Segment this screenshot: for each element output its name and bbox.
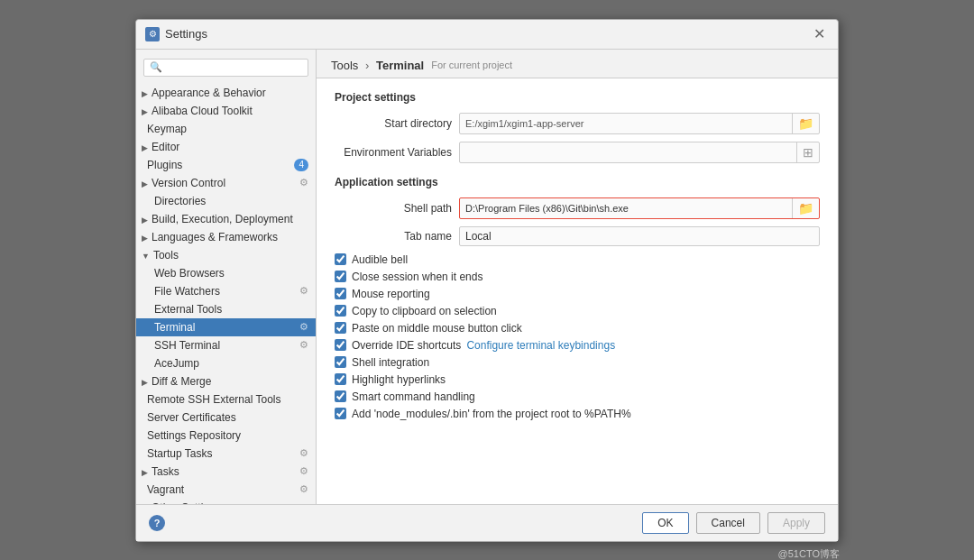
checkbox-label-add-node-modules: Add 'node_modules/.bin' from the project… [352, 408, 631, 420]
checkbox-shell-integration[interactable] [335, 356, 346, 368]
arrow-icon: ▶ [142, 234, 148, 243]
env-variables-label: Environment Variables [335, 146, 452, 159]
sidebar-item-appearance[interactable]: ▶Appearance & Behavior [136, 84, 316, 102]
checkbox-close-session[interactable] [335, 271, 346, 282]
env-icon[interactable]: ⊞ [796, 142, 819, 162]
search-icon: 🔍 [150, 61, 162, 73]
shell-folder-icon[interactable]: 📁 [792, 198, 819, 218]
footer: ? OK Cancel Apply [136, 504, 838, 541]
plugins-badge: 4 [294, 159, 308, 171]
right-panel: Tools › Terminal For current project Pro… [317, 50, 838, 504]
help-button[interactable]: ? [149, 515, 165, 531]
term-badge: ⚙ [299, 321, 308, 333]
breadcrumb: Tools › Terminal [331, 59, 424, 72]
watermark: @51CTO博客 [778, 547, 840, 561]
dialog-title: Settings [165, 27, 207, 41]
apply-button[interactable]: Apply [767, 512, 825, 534]
tasks-badge: ⚙ [299, 465, 308, 477]
checkbox-label-copy-clipboard: Copy to clipboard on selection [352, 305, 497, 317]
start-directory-row: Start directory 📁 [335, 113, 820, 134]
checkbox-row-copy-clipboard: Copy to clipboard on selection [335, 305, 820, 317]
sidebar-item-keymap[interactable]: Keymap [136, 120, 316, 138]
checkbox-audible-bell[interactable] [335, 253, 346, 265]
settings-app-icon: ⚙ [145, 27, 160, 41]
sidebar-item-startup-tasks[interactable]: Startup Tasks ⚙ [136, 445, 316, 463]
sidebar-item-external-tools[interactable]: External Tools [136, 300, 316, 318]
sidebar-item-file-watchers[interactable]: File Watchers ⚙ [136, 282, 316, 300]
checkbox-row-smart-command: Smart command handling [335, 390, 820, 403]
sidebar-item-acejump[interactable]: AceJump [136, 354, 316, 372]
project-settings-title: Project settings [335, 91, 820, 104]
checkbox-override-ide[interactable] [335, 339, 346, 351]
sidebar-item-tasks[interactable]: ▶Tasks ⚙ [136, 463, 316, 481]
checkbox-row-mouse-reporting: Mouse reporting [335, 288, 820, 300]
checkbox-mouse-reporting[interactable] [335, 288, 346, 299]
shell-path-input-wrap: 📁 [459, 197, 820, 219]
fw-badge: ⚙ [299, 285, 308, 297]
checkbox-row-override-ide: Override IDE shortcuts Configure termina… [335, 339, 820, 352]
tab-name-input[interactable] [460, 227, 819, 245]
start-directory-input-wrap: 📁 [459, 113, 820, 134]
ok-button[interactable]: OK [642, 512, 688, 534]
checkbox-paste-middle[interactable] [335, 322, 346, 334]
shell-path-input[interactable] [460, 200, 792, 216]
ssh-badge: ⚙ [299, 339, 308, 351]
tab-name-label: Tab name [335, 230, 452, 243]
checkbox-copy-clipboard[interactable] [335, 305, 346, 317]
checkbox-row-add-node-modules: Add 'node_modules/.bin' from the project… [335, 408, 820, 420]
sidebar-item-remote-ssh[interactable]: Remote SSH External Tools [136, 390, 316, 409]
checkbox-add-node-modules[interactable] [335, 408, 346, 419]
start-directory-label: Start directory [335, 117, 452, 130]
checkbox-row-shell-integration: Shell integration [335, 356, 820, 369]
sidebar-item-diff-merge[interactable]: ▶Diff & Merge [136, 372, 316, 390]
vagrant-badge: ⚙ [299, 483, 308, 495]
sidebar-item-tools[interactable]: ▼Tools [136, 246, 316, 264]
arrow-icon: ▶ [142, 216, 148, 225]
arrow-icon: ▶ [142, 179, 148, 188]
title-bar-left: ⚙ Settings [145, 27, 207, 41]
sidebar-item-terminal[interactable]: Terminal ⚙ [136, 318, 316, 336]
tab-name-input-wrap [459, 226, 820, 246]
sidebar-item-editor[interactable]: ▶Editor [136, 138, 316, 156]
checkbox-label-smart-command: Smart command handling [352, 390, 475, 403]
search-input[interactable] [166, 61, 302, 74]
env-variables-input[interactable] [460, 143, 796, 161]
sidebar-item-web-browsers[interactable]: Web Browsers [136, 264, 316, 282]
configure-keybindings-link[interactable]: Configure terminal keybindings [466, 339, 615, 352]
sidebar-item-build[interactable]: ▶Build, Execution, Deployment [136, 210, 316, 228]
env-variables-input-wrap: ⊞ [459, 142, 820, 163]
sidebar-item-alibaba[interactable]: ▶Alibaba Cloud Toolkit [136, 102, 316, 120]
close-button[interactable]: ✕ [810, 25, 829, 43]
app-settings-title: Application settings [335, 176, 820, 188]
sidebar-item-version-control[interactable]: ▶Version Control ⚙ [136, 174, 316, 192]
arrow-icon: ▶ [142, 107, 148, 116]
start-directory-input[interactable] [460, 115, 792, 132]
checkbox-label-audible-bell: Audible bell [352, 253, 408, 266]
checkbox-smart-command[interactable] [335, 390, 346, 402]
checkbox-highlight-hyperlinks[interactable] [335, 373, 346, 385]
sidebar-item-directories[interactable]: Directories [136, 192, 316, 210]
search-box[interactable]: 🔍 [143, 59, 308, 77]
cancel-button[interactable]: Cancel [696, 512, 760, 534]
settings-dialog: ⚙ Settings ✕ 🔍 ▶Appearance & Behavior ▶A… [135, 19, 839, 542]
arrow-icon: ▶ [142, 378, 148, 387]
checkbox-label-paste-middle: Paste on middle mouse button click [352, 322, 522, 335]
sidebar-item-ssh-terminal[interactable]: SSH Terminal ⚙ [136, 336, 316, 354]
footer-right: OK Cancel Apply [642, 512, 825, 534]
checkbox-label-mouse-reporting: Mouse reporting [352, 288, 430, 300]
st-badge: ⚙ [299, 447, 308, 459]
app-settings-section: Application settings Shell path 📁 Tab na… [335, 176, 820, 420]
checkbox-row-audible-bell: Audible bell [335, 253, 820, 266]
sidebar-item-server-certs[interactable]: Server Certificates [136, 409, 316, 427]
sidebar-item-vagrant[interactable]: Vagrant ⚙ [136, 481, 316, 499]
arrow-icon: ▶ [142, 468, 148, 477]
sidebar-item-settings-repo[interactable]: Settings Repository [136, 427, 316, 445]
sidebar-item-languages[interactable]: ▶Languages & Frameworks [136, 228, 316, 246]
title-bar: ⚙ Settings ✕ [136, 20, 838, 50]
tab-name-row: Tab name [335, 226, 820, 246]
arrow-icon: ▶ [142, 89, 148, 98]
footer-left: ? [149, 515, 165, 531]
folder-icon[interactable]: 📁 [792, 114, 819, 133]
checkbox-label-close-session: Close session when it ends [352, 271, 482, 283]
sidebar-item-plugins[interactable]: Plugins 4 [136, 156, 316, 174]
